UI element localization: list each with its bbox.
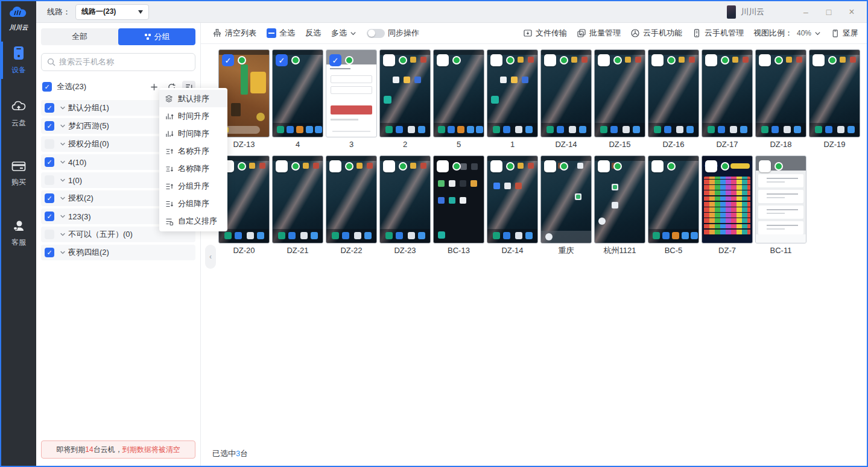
- multi-select-button[interactable]: 多选: [331, 28, 356, 39]
- add-group-button[interactable]: [147, 81, 160, 93]
- group-checkbox[interactable]: [45, 121, 54, 131]
- phone-checkbox[interactable]: [222, 54, 234, 66]
- collapse-panel-handle[interactable]: ‹: [205, 245, 216, 269]
- sort-menu-item[interactable]: 分组降序: [159, 195, 227, 212]
- view-scale-select[interactable]: 视图比例： 40%: [753, 28, 821, 39]
- phone-checkbox[interactable]: [813, 54, 825, 66]
- phone-screen[interactable]: [648, 155, 699, 243]
- sort-menu-item[interactable]: 时间降序: [159, 125, 227, 142]
- phone-card[interactable]: DZ-17: [702, 49, 753, 151]
- phone-screen[interactable]: [379, 49, 431, 137]
- phone-checkbox[interactable]: [544, 160, 556, 172]
- invert-select-button[interactable]: 反选: [305, 28, 321, 39]
- group-checkbox[interactable]: [45, 193, 54, 203]
- sidebar-item-cloud-disk[interactable]: 云盘: [1, 99, 36, 128]
- sort-menu-item[interactable]: 时间升序: [159, 107, 227, 125]
- group-checkbox[interactable]: [45, 139, 54, 149]
- phone-card[interactable]: 重庆: [540, 155, 592, 257]
- sort-menu-item[interactable]: 名称升序: [159, 142, 227, 160]
- phone-checkbox[interactable]: [651, 54, 664, 66]
- maximize-button[interactable]: □: [820, 2, 838, 22]
- phone-checkbox[interactable]: [598, 54, 610, 66]
- sidebar-item-devices[interactable]: 设备: [1, 45, 36, 75]
- phone-card[interactable]: 4: [272, 49, 323, 151]
- phone-card[interactable]: 3: [326, 49, 377, 151]
- phone-checkbox[interactable]: [383, 54, 395, 66]
- sort-menu-item[interactable]: 名称降序: [159, 160, 227, 177]
- phone-card[interactable]: DZ-19: [809, 49, 860, 151]
- sidebar-item-support[interactable]: 客服: [1, 219, 36, 248]
- phone-checkbox[interactable]: [759, 54, 771, 66]
- phone-checkbox[interactable]: [437, 54, 449, 66]
- phone-manage-button[interactable]: 云手机管理: [692, 28, 744, 39]
- phone-screen[interactable]: [540, 49, 592, 137]
- batch-manage-button[interactable]: 批量管理: [577, 28, 621, 39]
- sort-menu-item[interactable]: 分组升序: [159, 177, 227, 195]
- phone-screen[interactable]: [702, 155, 753, 243]
- phone-card[interactable]: 2: [379, 49, 431, 151]
- phone-card[interactable]: DZ-7: [702, 155, 753, 257]
- select-all-toolbar[interactable]: 全选: [267, 28, 295, 39]
- phone-screen[interactable]: [272, 155, 323, 243]
- group-checkbox[interactable]: [45, 103, 54, 113]
- phone-card[interactable]: BC-11: [755, 155, 806, 257]
- phone-checkbox[interactable]: [490, 160, 502, 172]
- phone-checkbox[interactable]: [759, 160, 771, 172]
- phone-checkbox[interactable]: [705, 54, 717, 66]
- phone-checkbox[interactable]: [437, 160, 449, 172]
- minimize-button[interactable]: –: [797, 2, 815, 22]
- phone-screen[interactable]: [379, 155, 431, 243]
- phone-checkbox[interactable]: [598, 160, 610, 172]
- phone-screen[interactable]: [326, 155, 377, 243]
- phone-card[interactable]: DZ-15: [594, 49, 645, 151]
- tab-all[interactable]: 全部: [41, 28, 118, 45]
- phone-screen[interactable]: [272, 49, 323, 137]
- sort-menu-item[interactable]: 默认排序: [159, 90, 227, 107]
- line-select[interactable]: 线路一(23): [75, 4, 149, 20]
- phone-checkbox[interactable]: [276, 54, 288, 66]
- phone-checkbox[interactable]: [544, 54, 556, 66]
- clear-list-button[interactable]: 清空列表: [212, 28, 256, 39]
- sync-operation-toggle[interactable]: 同步操作: [367, 28, 419, 39]
- phone-screen[interactable]: [540, 155, 592, 243]
- toggle-off[interactable]: [367, 29, 385, 38]
- phone-screen[interactable]: [809, 49, 860, 137]
- phone-screen[interactable]: [594, 49, 645, 137]
- phone-card[interactable]: DZ-14: [487, 155, 538, 257]
- phone-checkbox[interactable]: [651, 160, 664, 172]
- phone-card[interactable]: DZ-23: [379, 155, 431, 257]
- phone-screen[interactable]: [433, 155, 484, 243]
- group-checkbox[interactable]: [45, 230, 54, 239]
- phone-card[interactable]: DZ-14: [540, 49, 592, 151]
- phone-screen[interactable]: [487, 155, 538, 243]
- phone-screen[interactable]: [648, 49, 699, 137]
- phone-card[interactable]: DZ-22: [326, 155, 377, 257]
- phone-screen[interactable]: [755, 49, 806, 137]
- group-checkbox[interactable]: [45, 212, 54, 221]
- indeterminate-checkbox[interactable]: [267, 28, 276, 38]
- sort-menu-item[interactable]: 自定义排序: [159, 212, 227, 230]
- search-input[interactable]: 搜索云手机名称: [41, 53, 195, 71]
- phone-checkbox[interactable]: [705, 160, 717, 172]
- sidebar-item-purchase[interactable]: 购买: [1, 160, 36, 187]
- phone-card[interactable]: BC-13: [433, 155, 484, 257]
- phone-screen[interactable]: [702, 49, 753, 137]
- phone-checkbox[interactable]: [276, 160, 288, 172]
- phone-screen[interactable]: [755, 155, 806, 243]
- group-row[interactable]: 夜鸦四组(2): [41, 245, 195, 260]
- phone-checkbox[interactable]: [329, 54, 341, 66]
- group-checkbox[interactable]: [45, 175, 54, 185]
- phone-card[interactable]: 杭州1121: [594, 155, 645, 257]
- phone-card[interactable]: 1: [487, 49, 538, 151]
- group-checkbox[interactable]: [45, 157, 54, 167]
- portrait-mode-button[interactable]: 竖屏: [831, 28, 858, 39]
- phone-card[interactable]: 5: [433, 49, 484, 151]
- group-checkbox[interactable]: [45, 248, 54, 257]
- close-button[interactable]: ×: [843, 2, 861, 22]
- file-transfer-button[interactable]: 文件传输: [523, 28, 567, 39]
- phone-card[interactable]: DZ-18: [755, 49, 806, 151]
- phone-screen[interactable]: [594, 155, 645, 243]
- phone-card[interactable]: BC-5: [648, 155, 699, 257]
- phone-screen[interactable]: [487, 49, 538, 137]
- tab-groups[interactable]: 分组: [118, 28, 195, 45]
